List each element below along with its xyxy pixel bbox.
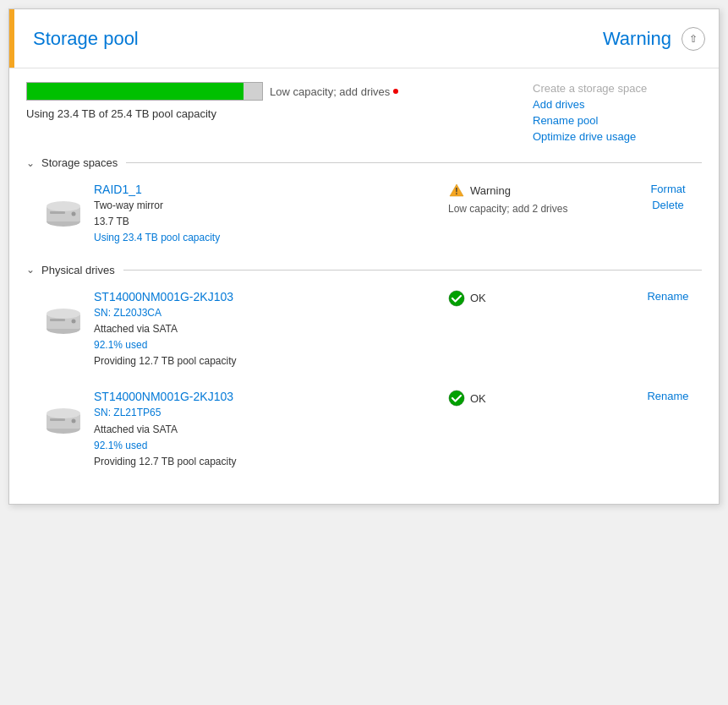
rename-drive-1-button[interactable]: Rename [634,290,702,303]
header: Storage pool Warning ⇧ [9,9,719,68]
capacity-section: Low capacity; add drives Using 23.4 TB o… [26,82,702,143]
ok-icon-1 [448,290,465,307]
ok-status-1: OK [448,290,634,307]
alert-dot [393,89,398,94]
storage-space-name: RAID1_1 [94,183,448,196]
header-accent [9,9,14,68]
add-drives-button[interactable]: Add drives [533,98,584,111]
ok-label-2: OK [470,392,486,405]
content-area: Low capacity; add drives Using 23.4 TB o… [9,68,719,504]
warning-sub: Low capacity; add 2 drives [448,203,634,215]
warning-status: ! Warning [448,183,634,198]
ok-icon-2 [448,390,465,407]
status-badge: Warning [603,28,671,50]
storage-space-type: Two-way mirror [94,198,448,214]
storage-space-usage: Using 23.4 TB pool capacity [94,230,448,246]
svg-rect-11 [50,319,65,321]
progress-bar-container: Low capacity; add drives [26,82,533,101]
svg-point-18 [449,391,464,406]
storage-spaces-label: ⌄ Storage spaces [26,156,118,169]
progress-bar-outer [26,82,263,101]
drive-connection-2: Attached via SATA [94,422,448,438]
physical-drives-collapse-icon[interactable]: ⌄ [26,264,35,276]
storage-space-item: RAID1_1 Two-way mirror 13.7 TB Using 23.… [43,183,702,247]
divider-line [126,162,702,163]
drive-pool-capacity-2: Providing 12.7 TB pool capacity [94,454,448,470]
drive-used-2: 92.1% used [94,438,448,454]
svg-rect-4 [50,211,65,214]
svg-point-3 [72,212,76,216]
svg-point-2 [47,201,80,211]
drive-info-2: ST14000NM001G-2KJ103 SN: ZL21TP65 Attach… [94,390,448,470]
drive-status-1: OK [448,290,634,307]
optimize-drive-usage-button[interactable]: Optimize drive usage [533,130,636,143]
drive-actions-2: Rename [634,390,702,402]
drive-status-2: OK [448,390,634,407]
ok-status-2: OK [448,390,634,407]
svg-text:!: ! [455,187,457,196]
storage-space-actions: Format Delete [634,183,702,211]
physical-drive-item-2: ST14000NM001G-2KJ103 SN: ZL21TP65 Attach… [43,390,702,470]
drive-icon-1 [43,303,84,337]
drive-pool-capacity-1: Providing 12.7 TB pool capacity [94,353,448,369]
svg-point-12 [449,291,464,306]
drive-used-1: 92.1% used [94,337,448,353]
drive-icon-2 [43,403,84,437]
drive-serial-2: SN: ZL21TP65 [94,405,448,421]
rename-pool-button[interactable]: Rename pool [533,114,598,127]
storage-space-status: ! Warning Low capacity; add 2 drives [448,183,634,215]
create-storage-space-button[interactable]: Create a storage space [533,82,647,95]
physical-drives-divider: ⌄ Physical drives [26,264,702,276]
storage-space-size: 13.7 TB [94,214,448,230]
warning-label: Warning [470,184,511,197]
svg-point-10 [72,319,76,323]
drive-connection-1: Attached via SATA [94,321,448,337]
drive-model-2: ST14000NM001G-2KJ103 [94,390,448,403]
collapse-button[interactable]: ⇧ [681,27,705,51]
drive-model-1: ST14000NM001G-2KJ103 [94,290,448,303]
storage-space-icon [43,196,84,230]
capacity-actions: Create a storage space Add drives Rename… [533,82,702,143]
drive-actions-1: Rename [634,290,702,303]
drive-info-1: ST14000NM001G-2KJ103 SN: ZL20J3CA Attach… [94,290,448,370]
capacity-info: Low capacity; add drives Using 23.4 TB o… [26,82,533,123]
page-title: Storage pool [33,28,139,50]
capacity-text: Using 23.4 TB of 25.4 TB pool capacity [26,106,533,123]
warning-icon: ! [448,183,465,198]
divider-line-2 [123,270,702,271]
svg-rect-17 [50,418,65,421]
svg-point-15 [47,408,80,418]
svg-point-9 [47,309,80,319]
physical-drive-item-1: ST14000NM001G-2KJ103 SN: ZL20J3CA Attach… [43,290,702,370]
physical-drives-label: ⌄ Physical drives [26,264,115,276]
progress-bar-fill [27,83,244,100]
storage-spaces-divider: ⌄ Storage spaces [26,156,702,169]
storage-pool-window: Storage pool Warning ⇧ Low capacity; add… [8,8,720,505]
progress-label: Low capacity; add drives [270,85,390,98]
ok-label-1: OK [470,292,486,304]
format-button[interactable]: Format [634,183,702,195]
svg-point-16 [72,419,76,424]
rename-drive-2-button[interactable]: Rename [634,390,702,402]
storage-space-info: RAID1_1 Two-way mirror 13.7 TB Using 23.… [94,183,448,247]
drive-serial-1: SN: ZL20J3CA [94,305,448,321]
delete-button[interactable]: Delete [634,199,702,211]
storage-spaces-collapse-icon[interactable]: ⌄ [26,157,35,169]
